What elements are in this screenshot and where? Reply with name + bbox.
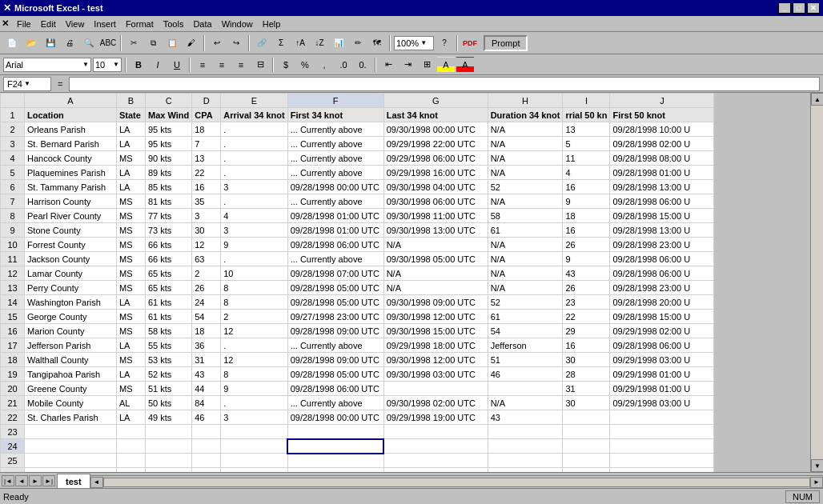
row-header-20[interactable]: 20 [1, 382, 25, 396]
new-button[interactable]: 📄 [3, 34, 21, 52]
cell-F1[interactable]: First 34 knot [287, 108, 383, 122]
cell-D2[interactable]: 18 [192, 122, 221, 137]
cell-J2[interactable]: 09/28/1998 10:00 U [610, 122, 714, 137]
row-header-19[interactable]: 19 [1, 367, 25, 382]
cell-C8[interactable]: 77 kts [146, 209, 192, 223]
row-header-22[interactable]: 22 [1, 410, 25, 425]
cell-A15[interactable]: George County [25, 310, 117, 324]
font-selector[interactable]: Arial ▼ [3, 58, 91, 72]
cell-G22[interactable]: 09/29/1998 19:00 UTC [383, 410, 488, 425]
cell-I17[interactable]: 16 [563, 338, 610, 353]
cell-F25[interactable] [287, 454, 383, 468]
cell-F10[interactable]: 09/28/1998 06:00 UTC [287, 238, 383, 252]
prompt-button[interactable]: Prompt [484, 35, 528, 51]
cell-H10[interactable]: N/A [488, 238, 563, 252]
cell-J21[interactable]: 09/29/1998 03:00 U [610, 396, 714, 410]
cell-C2[interactable]: 95 kts [146, 122, 192, 137]
increase-decimal-button[interactable]: .0 [335, 57, 352, 73]
percent-button[interactable]: % [296, 57, 314, 73]
cell-F11[interactable]: ... Currently above [287, 252, 383, 266]
print-preview-button[interactable]: 🔍 [80, 34, 98, 52]
fill-color-button[interactable]: A [437, 57, 455, 73]
cell-G1[interactable]: Last 34 knot [383, 108, 488, 122]
cell-G25[interactable] [383, 454, 488, 468]
cell-I23[interactable] [563, 425, 610, 439]
cell-E14[interactable]: 8 [221, 295, 287, 310]
row-header-6[interactable]: 6 [1, 180, 25, 194]
cell-G12[interactable]: N/A [383, 266, 488, 281]
cell-F4[interactable]: ... Currently above [287, 151, 383, 166]
cell-C21[interactable]: 50 kts [146, 396, 192, 410]
cell-C1[interactable]: Max Wind [146, 108, 192, 122]
cell-C20[interactable]: 51 kts [146, 382, 192, 396]
cell-H14[interactable]: 52 [488, 295, 563, 310]
chart-button[interactable]: 📊 [330, 34, 347, 52]
cell-A2[interactable]: Orleans Parish [25, 122, 117, 137]
cell-J13[interactable]: 09/28/1998 23:00 U [610, 281, 714, 295]
row-header-5[interactable]: 5 [1, 166, 25, 180]
cell-H17[interactable]: Jefferson [488, 338, 563, 353]
cell-G10[interactable]: N/A [383, 238, 488, 252]
cell-H22[interactable]: 43 [488, 410, 563, 425]
cell-B18[interactable]: MS [117, 353, 146, 367]
cell-H21[interactable]: N/A [488, 396, 563, 410]
cell-D11[interactable]: 63 [192, 252, 221, 266]
cell-B19[interactable]: LA [117, 367, 146, 382]
undo-button[interactable]: ↩ [208, 34, 226, 52]
cell-C10[interactable]: 66 kts [146, 238, 192, 252]
cell-D14[interactable]: 24 [192, 295, 221, 310]
cell-D17[interactable]: 36 [192, 338, 221, 353]
formula-input[interactable] [69, 77, 820, 91]
cell-I20[interactable]: 31 [563, 382, 610, 396]
cell-F8[interactable]: 09/28/1998 01:00 UTC [287, 209, 383, 223]
cell-A3[interactable]: St. Bernard Parish [25, 137, 117, 151]
cell-E17[interactable]: . [221, 338, 287, 353]
menu-edit[interactable]: Edit [36, 18, 61, 30]
cell-E25[interactable] [221, 454, 287, 468]
maximize-button[interactable]: □ [793, 2, 805, 14]
cell-H8[interactable]: 58 [488, 209, 563, 223]
cell-E9[interactable]: 3 [221, 223, 287, 238]
row-header-4[interactable]: 4 [1, 151, 25, 166]
menu-window[interactable]: Window [217, 18, 258, 30]
cell-J20[interactable]: 09/29/1998 01:00 U [610, 382, 714, 396]
col-header-C[interactable]: C [146, 94, 192, 108]
row-header-3[interactable]: 3 [1, 137, 25, 151]
cell-G9[interactable]: 09/30/1998 13:00 UTC [383, 223, 488, 238]
cell-D21[interactable]: 84 [192, 396, 221, 410]
cell-G16[interactable]: 09/30/1998 15:00 UTC [383, 324, 488, 338]
cell-J23[interactable] [610, 425, 714, 439]
cell-I9[interactable]: 16 [563, 223, 610, 238]
cell-A22[interactable]: St. Charles Parish [25, 410, 117, 425]
cell-ref-dropdown[interactable]: ▼ [24, 80, 30, 87]
cell-I25[interactable] [563, 454, 610, 468]
row-header-2[interactable]: 2 [1, 122, 25, 137]
cell-J18[interactable]: 09/29/1998 03:00 U [610, 353, 714, 367]
cell-C22[interactable]: 49 kts [146, 410, 192, 425]
cell-F18[interactable]: 09/28/1998 09:00 UTC [287, 353, 383, 367]
cell-F15[interactable]: 09/27/1998 23:00 UTC [287, 310, 383, 324]
cell-C14[interactable]: 61 kts [146, 295, 192, 310]
cell-B1[interactable]: State [117, 108, 146, 122]
font-size-selector[interactable]: 10 ▼ [93, 58, 122, 72]
cell-B8[interactable]: MS [117, 209, 146, 223]
font-color-button[interactable]: A [456, 57, 474, 73]
cell-H3[interactable]: N/A [488, 137, 563, 151]
cell-E10[interactable]: 9 [221, 238, 287, 252]
cell-B12[interactable]: MS [117, 266, 146, 281]
cell-H24[interactable] [488, 439, 563, 454]
cell-I7[interactable]: 9 [563, 194, 610, 209]
cell-H4[interactable]: N/A [488, 151, 563, 166]
autosum-button[interactable]: Σ [272, 34, 290, 52]
cell-G24[interactable] [383, 439, 488, 454]
col-header-D[interactable]: D [192, 94, 221, 108]
cell-F22[interactable]: 09/28/1998 00:00 UTC [287, 410, 383, 425]
cell-D19[interactable]: 43 [192, 367, 221, 382]
row-header-1[interactable]: 1 [1, 108, 25, 122]
align-right-button[interactable]: ≡ [232, 57, 250, 73]
cell-E1[interactable]: Arrival 34 knot [221, 108, 287, 122]
cell-I8[interactable]: 18 [563, 209, 610, 223]
cell-I21[interactable]: 30 [563, 396, 610, 410]
h-scroll-track[interactable] [103, 478, 810, 487]
cell-A17[interactable]: Jefferson Parish [25, 338, 117, 353]
